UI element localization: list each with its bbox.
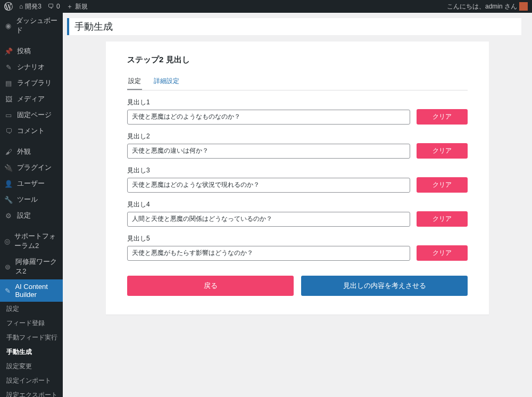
plus-icon: ＋ — [66, 2, 73, 11]
field-label-5: 見出し5 — [127, 234, 468, 243]
field-row-2: 見出し2 クリア — [127, 132, 468, 159]
step-title: ステップ2 見出し — [127, 55, 468, 65]
sidebar-item-library[interactable]: ▤ライブラリ — [0, 75, 63, 91]
wrench-icon: 🔧 — [4, 195, 13, 204]
sidebar-item-comments[interactable]: 🗨コメント — [0, 123, 63, 139]
clear-button-4[interactable]: クリア — [417, 211, 468, 227]
field-label-1: 見出し1 — [127, 98, 468, 107]
sidebar-item-media[interactable]: 🖼メディア — [0, 91, 63, 107]
tab-config[interactable]: 設定 — [127, 75, 142, 90]
comment-icon: 🗨 — [4, 127, 13, 135]
comments-count: 0 — [56, 3, 60, 10]
edit-icon: ✎ — [4, 286, 11, 295]
field-row-1: 見出し1 クリア — [127, 98, 468, 125]
clear-button-1[interactable]: クリア — [417, 109, 468, 125]
avatar — [519, 2, 528, 11]
submit-button[interactable]: 見出しの内容を考えさせる — [301, 276, 468, 296]
page-title: 手動生成 — [74, 20, 516, 33]
wp-logo[interactable] — [4, 2, 13, 11]
tab-advanced[interactable]: 詳細設定 — [153, 75, 180, 90]
sidebar-item-users[interactable]: 👤ユーザー — [0, 176, 63, 192]
page-footer: WordPress のご利用ありがとうございます。 バージョン 6.1.1 — [63, 394, 532, 397]
pin-icon: 📌 — [4, 47, 13, 55]
submenu-setting-export[interactable]: 設定エクスポート — [0, 388, 63, 397]
sidebar-item-dashboard[interactable]: ◉ダッシュボード — [0, 13, 63, 38]
admin-bar: ⌂ 開発3 🗨 0 ＋ 新規 こんにちは、admin さん — [0, 0, 532, 13]
clear-button-5[interactable]: クリア — [417, 245, 468, 261]
sidebar-item-plugins[interactable]: 🔌プラグイン — [0, 160, 63, 176]
submenu-feed-manual[interactable]: 手動フィード実行 — [0, 330, 63, 345]
dashboard-icon: ◉ — [4, 21, 12, 30]
sidebar-item-support-forum[interactable]: ◎サポートフォーラム2 — [0, 228, 63, 254]
admin-bar-right: こんにちは、admin さん — [447, 2, 528, 11]
submenu-setting-import[interactable]: 設定インポート — [0, 374, 63, 388]
brush-icon: 🖌 — [4, 147, 13, 156]
home-icon: ⌂ — [19, 3, 23, 10]
user-icon: 👤 — [4, 179, 13, 188]
heading-input-4[interactable] — [127, 212, 410, 227]
user-greeting[interactable]: こんにちは、admin さん — [447, 2, 528, 11]
sidebar-item-settings[interactable]: ⚙設定 — [0, 208, 63, 224]
star-icon: ⊚ — [4, 262, 11, 271]
sidebar-item-pages[interactable]: ▭固定ページ — [0, 107, 63, 123]
comment-icon: 🗨 — [48, 3, 54, 10]
tabs: 設定 詳細設定 — [127, 75, 468, 90]
book-icon: ▤ — [4, 79, 13, 87]
sidebar-item-ai-content-builder[interactable]: ✎AI Content Builder — [0, 279, 63, 302]
submenu-feed-register[interactable]: フィード登録 — [0, 316, 63, 330]
footer-buttons: 戻る 見出しの内容を考えさせる — [127, 276, 468, 296]
new-link[interactable]: ＋ 新規 — [66, 2, 88, 11]
main-content: 手動生成 ステップ2 見出し 設定 詳細設定 見出し1 クリア 見出し2 クリア — [63, 13, 532, 397]
field-row-3: 見出し3 クリア — [127, 166, 468, 193]
sidebar-item-appearance[interactable]: 🖌外観 — [0, 144, 63, 160]
field-label-2: 見出し2 — [127, 132, 468, 141]
comments-link[interactable]: 🗨 0 — [48, 3, 60, 10]
life-ring-icon: ◎ — [4, 237, 10, 245]
submenu-setting-change[interactable]: 設定変更 — [0, 359, 63, 374]
new-label: 新規 — [75, 2, 88, 11]
sidebar-item-scenario[interactable]: ✎シナリオ — [0, 59, 63, 75]
field-row-5: 見出し5 クリア — [127, 234, 468, 261]
gear-icon: ⚙ — [4, 211, 13, 220]
pencil-icon: ✎ — [4, 63, 13, 71]
heading-input-3[interactable] — [127, 178, 410, 193]
clear-button-2[interactable]: クリア — [417, 143, 468, 159]
field-row-4: 見出し4 クリア — [127, 200, 468, 227]
field-label-4: 見出し4 — [127, 200, 468, 209]
greeting-text: こんにちは、admin さん — [447, 2, 517, 11]
clear-button-3[interactable]: クリア — [417, 177, 468, 193]
media-icon: 🖼 — [4, 95, 13, 103]
heading-input-5[interactable] — [127, 246, 410, 261]
field-label-3: 見出し3 — [127, 166, 468, 175]
sidebar-item-tools[interactable]: 🔧ツール — [0, 192, 63, 208]
sidebar: ◉ダッシュボード 📌投稿 ✎シナリオ ▤ライブラリ 🖼メディア ▭固定ページ 🗨… — [0, 13, 63, 397]
site-link[interactable]: ⌂ 開発3 — [19, 2, 41, 11]
heading-input-2[interactable] — [127, 144, 410, 159]
plugin-icon: 🔌 — [4, 163, 13, 172]
page-icon: ▭ — [4, 111, 13, 119]
page-header: 手動生成 — [67, 18, 521, 35]
submenu-settings[interactable]: 設定 — [0, 302, 63, 316]
form-card: ステップ2 見出し 設定 詳細設定 見出し1 クリア 見出し2 クリア — [106, 42, 489, 315]
sidebar-item-ashura-works[interactable]: ⊚阿修羅ワークス2 — [0, 254, 63, 279]
back-button[interactable]: 戻る — [127, 276, 294, 296]
admin-bar-left: ⌂ 開発3 🗨 0 ＋ 新規 — [4, 2, 88, 11]
heading-input-1[interactable] — [127, 110, 410, 125]
sidebar-item-posts[interactable]: 📌投稿 — [0, 43, 63, 59]
submenu-manual-gen[interactable]: 手動生成 — [0, 345, 63, 359]
site-name: 開発3 — [25, 2, 41, 11]
